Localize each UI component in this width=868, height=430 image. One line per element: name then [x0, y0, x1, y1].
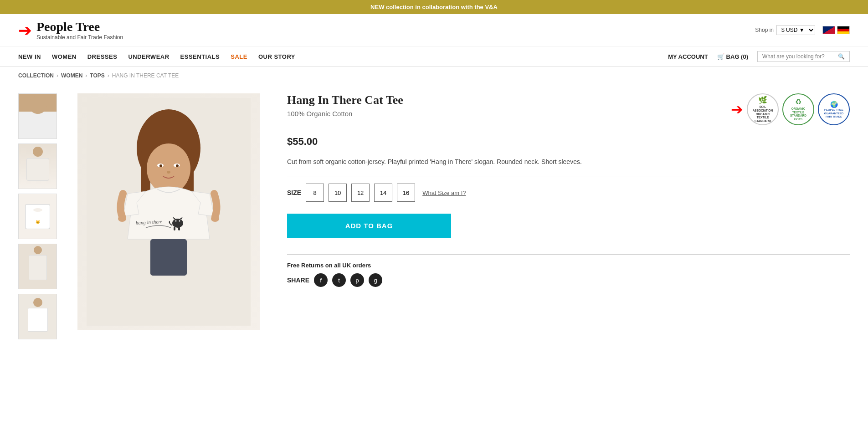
currency-select[interactable]: $ USD ▼ £ GBP ▼ € EUR ▼	[776, 25, 815, 35]
product-title: Hang In There Cat Tee	[287, 93, 403, 107]
size-label: SIZE	[287, 189, 301, 196]
thumb-3[interactable]: 🐱	[18, 194, 57, 239]
svg-rect-17	[174, 227, 175, 230]
product-subtitle: 100% Organic Cotton	[287, 110, 403, 118]
badge-icon-2: ♻	[795, 97, 801, 107]
flag-de[interactable]	[837, 26, 850, 34]
size-row: SIZE 8 10 12 14 16 What Size am I?	[287, 184, 850, 202]
svg-point-9	[176, 164, 179, 167]
search-icon[interactable]: 🔍	[838, 53, 845, 60]
breadcrumb-collection[interactable]: COLLECTION	[18, 72, 54, 79]
nav-new-in[interactable]: NEW IN	[18, 53, 41, 60]
svg-point-21	[118, 215, 126, 222]
breadcrumb-sep3: ›	[108, 72, 109, 79]
shop-in-label: Shop in	[755, 27, 774, 33]
svg-point-22	[211, 215, 219, 222]
soil-association-badge: 🌿 SOILASSOCIATIONORGANICTEXTILESTANDARD	[747, 93, 779, 125]
badge-icon-1: 🌿	[758, 96, 767, 105]
share-label: SHARE	[287, 276, 309, 284]
gots-badge: ♻ ORGANICTEXTILESTANDARDGOTS	[782, 93, 814, 125]
svg-rect-18	[178, 227, 180, 230]
google-share[interactable]: g	[369, 273, 382, 287]
badges-container: 🌿 SOILASSOCIATIONORGANICTEXTILESTANDARD …	[747, 93, 850, 125]
banner-text: NEW collection in collaboration with the…	[370, 4, 498, 10]
nav-dresses[interactable]: DRESSES	[87, 53, 118, 60]
bag-label: BAG (0)	[726, 53, 748, 60]
my-account-link[interactable]: MY ACCOUNT	[668, 53, 708, 60]
header-right: Shop in $ USD ▼ £ GBP ▼ € EUR ▼	[755, 25, 850, 35]
twitter-share[interactable]: t	[332, 273, 346, 287]
breadcrumb-sep2: ›	[85, 72, 87, 79]
breadcrumb-women[interactable]: WOMEN	[61, 72, 82, 79]
pinterest-share[interactable]: p	[350, 273, 364, 287]
thumb-1[interactable]	[18, 93, 57, 139]
logo-area: ➔ People Tree Sustainable and Fair Trade…	[18, 20, 123, 41]
facebook-share[interactable]: f	[314, 273, 328, 287]
shop-in: Shop in $ USD ▼ £ GBP ▼ € EUR ▼	[755, 25, 815, 35]
fair-trade-badge: 🌍 PEOPLE TREEGUARANTEEDFAIR TRADE	[818, 93, 850, 125]
size-16[interactable]: 16	[397, 184, 415, 202]
breadcrumb-sep1: ›	[56, 72, 58, 79]
badge-icon-3: 🌍	[830, 100, 838, 108]
svg-point-12	[174, 219, 181, 223]
size-8[interactable]: 8	[306, 184, 324, 202]
add-to-bag-button[interactable]: ADD TO BAG	[287, 214, 451, 238]
main-product-image: hang in there	[77, 93, 260, 330]
product-description: Cut from soft organic cotton-jersey. Pla…	[287, 157, 850, 167]
share-row: SHARE f t p g	[287, 273, 850, 287]
breadcrumb: COLLECTION › WOMEN › TOPS › HANG IN THER…	[0, 67, 868, 84]
svg-point-8	[159, 164, 162, 167]
logo-tagline: Sustainable and Fair Trade Fashion	[36, 34, 123, 41]
main-nav: NEW IN WOMEN DRESSES UNDERWEAR ESSENTIAL…	[0, 46, 868, 67]
divider-2	[287, 254, 850, 255]
svg-rect-20	[150, 239, 187, 276]
nav-women[interactable]: WOMEN	[52, 53, 77, 60]
badge-text-3: PEOPLE TREEGUARANTEEDFAIR TRADE	[824, 108, 843, 118]
thumbnails: 🐱	[18, 93, 59, 339]
nav-links: NEW IN WOMEN DRESSES UNDERWEAR ESSENTIAL…	[18, 53, 295, 60]
header: ➔ People Tree Sustainable and Fair Trade…	[0, 14, 868, 46]
badge-text-1: SOILASSOCIATIONORGANICTEXTILESTANDARD	[753, 105, 773, 123]
size-12[interactable]: 12	[351, 184, 370, 202]
nav-right: MY ACCOUNT 🛒 BAG (0) 🔍	[668, 51, 850, 62]
flags	[822, 26, 850, 34]
logo-text: People Tree Sustainable and Fair Trade F…	[36, 20, 123, 41]
nav-sale[interactable]: SALE	[231, 53, 247, 60]
thumb-5[interactable]	[18, 294, 57, 339]
search-box[interactable]: 🔍	[757, 51, 850, 62]
badge-text-2: ORGANICTEXTILESTANDARDGOTS	[790, 107, 806, 121]
divider-1	[287, 176, 850, 176]
thumb-4[interactable]	[18, 244, 57, 289]
nav-our-story[interactable]: OUR STORY	[258, 53, 295, 60]
svg-point-5	[147, 143, 190, 194]
product-area: 🐱	[0, 84, 868, 348]
thumb-2[interactable]	[18, 143, 57, 189]
size-guide-link[interactable]: What Size am I?	[422, 189, 466, 196]
size-14[interactable]: 14	[374, 184, 392, 202]
breadcrumb-tops[interactable]: TOPS	[90, 72, 104, 79]
cart-icon: 🛒	[717, 53, 724, 60]
breadcrumb-current: HANG IN THERE CAT TEE	[112, 72, 179, 79]
svg-point-10	[167, 171, 170, 174]
nav-essentials[interactable]: ESSENTIALS	[180, 53, 220, 60]
badge-arrow-indicator: ➔	[731, 102, 743, 117]
svg-point-16	[179, 220, 180, 222]
top-banner: NEW collection in collaboration with the…	[0, 0, 868, 14]
search-input[interactable]	[762, 53, 835, 60]
product-info: Hang In There Cat Tee 100% Organic Cotto…	[278, 93, 850, 339]
svg-point-15	[175, 220, 177, 222]
nav-underwear[interactable]: UNDERWEAR	[128, 53, 169, 60]
product-price: $55.00	[287, 136, 850, 148]
arrow-indicator: ➔	[18, 22, 32, 39]
free-returns-text: Free Returns on all UK orders	[287, 262, 850, 269]
flag-uk[interactable]	[822, 26, 835, 34]
size-10[interactable]: 10	[329, 184, 347, 202]
bag-link[interactable]: 🛒 BAG (0)	[717, 53, 748, 60]
logo-name[interactable]: People Tree	[36, 20, 123, 34]
model-svg: hang in there	[87, 98, 251, 326]
